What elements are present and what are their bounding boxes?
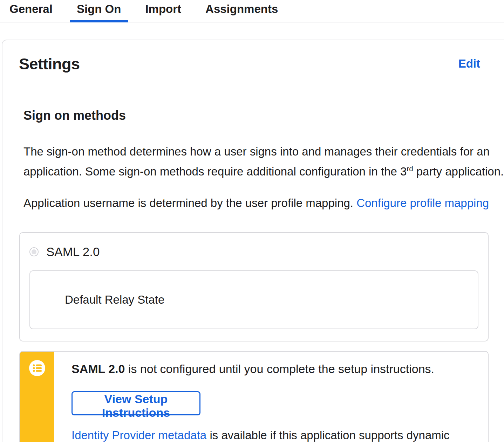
- description-line1: The sign-on method determines how a user…: [23, 145, 490, 158]
- tab-bar: General Sign On Import Assignments: [0, 0, 504, 22]
- description-line2: application. Some sign-on methods requir…: [23, 165, 407, 178]
- callout-accent-bar: [20, 352, 54, 442]
- view-setup-instructions-button[interactable]: View Setup Instructions: [71, 391, 200, 415]
- saml-setup-callout: SAML 2.0 is not configured until you com…: [19, 351, 489, 442]
- metadata-message: Identity Provider metadata is available …: [71, 429, 488, 442]
- default-relay-state-label: Default Relay State: [65, 293, 164, 306]
- edit-link[interactable]: Edit: [458, 57, 480, 70]
- sign-on-methods-section: Sign on methods The sign-on method deter…: [23, 108, 504, 442]
- default-relay-state-box: Default Relay State: [29, 270, 478, 329]
- tab-import[interactable]: Import: [138, 0, 188, 22]
- tab-sign-on[interactable]: Sign On: [70, 0, 128, 22]
- settings-card: Settings Edit Sign on methods The sign-o…: [2, 40, 504, 442]
- sign-on-description: The sign-on method determines how a user…: [23, 143, 504, 180]
- callout-body: SAML 2.0 is not configured until you com…: [54, 352, 488, 442]
- sign-on-methods-heading: Sign on methods: [23, 108, 504, 123]
- saml-radio-label: SAML 2.0: [46, 245, 100, 259]
- description-line2-end: party application.: [413, 165, 504, 178]
- list-icon: [29, 360, 46, 377]
- callout-message-rest: is not configured until you complete the…: [125, 362, 434, 375]
- saml-method-box: SAML 2.0 Default Relay State: [19, 232, 489, 341]
- tab-assignments[interactable]: Assignments: [198, 0, 285, 22]
- saml-radio-button[interactable]: [29, 247, 39, 256]
- page-title: Settings: [19, 55, 80, 73]
- configure-profile-mapping-link[interactable]: Configure profile mapping: [356, 196, 489, 209]
- ordinal-superscript: rd: [407, 165, 413, 173]
- username-mapping-label: Application username is determined by th…: [23, 196, 356, 209]
- identity-provider-metadata-link[interactable]: Identity Provider metadata: [71, 429, 206, 442]
- callout-message-bold: SAML 2.0: [71, 362, 125, 375]
- callout-message: SAML 2.0 is not configured until you com…: [71, 362, 488, 376]
- username-mapping-text: Application username is determined by th…: [23, 194, 504, 212]
- saml-radio-row: SAML 2.0: [29, 245, 478, 259]
- tab-general[interactable]: General: [2, 0, 60, 22]
- card-header: Settings Edit: [19, 55, 480, 73]
